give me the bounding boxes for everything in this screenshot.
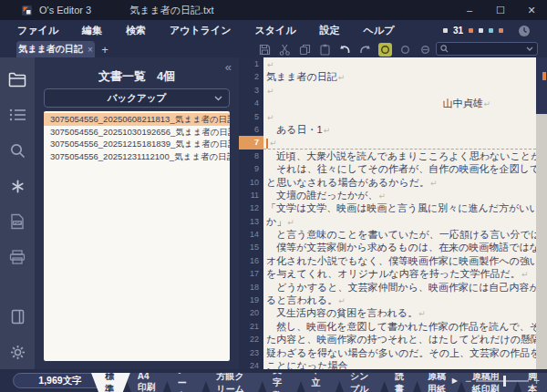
line-text: 「文学は文学、映画は映画と言う風に別々に進んだ方がいいのじゃない	[263, 201, 536, 214]
editor-line[interactable]: 11 文壇の誰だったかが、↵	[239, 189, 536, 201]
save-icon[interactable]	[258, 43, 272, 57]
pdf-icon[interactable]: PDF	[0, 208, 35, 235]
style-tab-ノート[interactable]: ノート	[164, 373, 210, 392]
line-number: 20	[239, 306, 263, 319]
editor-line[interactable]: 13か」↵	[239, 215, 536, 228]
line-text: どうかすると、文芸家仲間から、映画作家には自己内容が貧困してい	[263, 281, 536, 294]
line-number: 19	[239, 294, 263, 306]
chevron-down-icon	[214, 96, 222, 101]
line-text: 僕等が文芸家側から求めるものは、在来の映画物語ではなく又シナリ	[263, 241, 536, 253]
copy-icon[interactable]	[298, 43, 312, 57]
zoom-slider[interactable]	[476, 380, 529, 382]
zoom-in-button[interactable]: +	[533, 375, 540, 387]
editor-line[interactable]: 15 僕等が文芸家側から求めるものは、在来の映画物語ではなく又シナリ	[239, 241, 536, 253]
editor-line[interactable]: 24ことになった場合	[239, 359, 536, 369]
minimize-button[interactable]: –	[454, 0, 485, 20]
editor[interactable]: 1↵2気まま者の日記↵3↵4山中貞雄↵5↵6 ある日・1↵7↵8 近頃、大衆小説…	[239, 57, 547, 369]
return-mark: ↵	[379, 191, 387, 201]
style-tab-文字数[interactable]: 文字数	[259, 373, 304, 392]
undo-icon[interactable]	[338, 43, 352, 57]
editor-line[interactable]: 10と思いなされる場合があるからだ。↵	[239, 176, 536, 189]
editor-line[interactable]: 23疑わざるを得ない場合が多いのだ。その上、文芸家の作品を映画化する	[239, 346, 536, 359]
print-icon[interactable]	[0, 243, 35, 271]
editor-line[interactable]: 6 ある日・1↵	[239, 123, 536, 136]
settings-icon[interactable]	[0, 338, 35, 366]
zoom-slider-thumb[interactable]	[503, 376, 506, 387]
editor-line[interactable]: 7↵	[239, 136, 536, 149]
document-tab[interactable]: 気まま者の日記 ×	[16, 41, 95, 57]
editor-line[interactable]: 18 どうかすると、文芸家仲間から、映画作家には自己内容が貧困してい	[239, 281, 536, 294]
mode-circle-icon[interactable]	[398, 43, 412, 57]
line-number: 24	[239, 359, 263, 369]
app-icon	[22, 5, 32, 15]
editor-line[interactable]: 4山中貞雄↵	[239, 97, 536, 109]
line-number: 4	[239, 97, 263, 109]
style-tab-方眼クリーム[interactable]: 方眼クリーム	[202, 373, 265, 392]
editor-line[interactable]: 1↵	[239, 57, 536, 70]
editor-line[interactable]: 19ると言われる。↵	[239, 294, 536, 306]
style-tab-A4印刷[interactable]: A4印刷	[124, 373, 170, 392]
return-mark: ↵	[267, 87, 274, 96]
mode-circle-bar-icon[interactable]	[418, 43, 432, 57]
mode-circle-active-icon[interactable]	[378, 43, 392, 57]
editor-line[interactable]: 14 と言う意味のことを書いていたが、一応頷ける言い分ではあるまいか。↵	[239, 228, 536, 241]
editor-line[interactable]: 20 又生活内容の貧困を言われる。↵	[239, 306, 536, 319]
editor-line[interactable]: 21 然し、映画化を意図して書かれた作家の作品を読んで、それに盛られ	[239, 320, 536, 333]
menu-item-5[interactable]: 設定	[308, 20, 352, 41]
line-text: 山中貞雄↵	[263, 97, 536, 109]
status-indicators: 31	[443, 20, 531, 41]
paste-icon[interactable]	[318, 43, 332, 57]
maximize-button[interactable]: ☐	[485, 0, 516, 20]
cut-icon[interactable]	[278, 43, 292, 57]
book-icon[interactable]	[0, 303, 35, 330]
line-number: 14	[239, 228, 263, 241]
editor-line[interactable]: 2気まま者の日記↵	[239, 70, 536, 83]
menu-item-6[interactable]: ヘルプ	[352, 20, 407, 41]
editor-line[interactable]: 3↵	[239, 84, 536, 97]
line-text: オ化された小説でもなく、僕等映画作家に映画製作への強い意欲と興奮	[263, 254, 536, 267]
editor-line[interactable]: 22た内容と、映画作家の持つそれと、はたしてどれだけの懸隔があるかを	[239, 333, 536, 346]
editor-line[interactable]: 8 近頃、大衆小説を読んであまりこころよく思わないことがある。↵	[239, 150, 536, 162]
style-tab-章立て[interactable]: 章立て	[298, 373, 343, 392]
editor-line[interactable]: 5↵	[239, 110, 536, 123]
backup-dropdown[interactable]: バックアップ	[44, 88, 230, 108]
zoom-out-button[interactable]: −	[465, 375, 471, 387]
outline-icon[interactable]	[0, 101, 35, 129]
menu-item-4[interactable]: スタイル	[243, 20, 308, 41]
menu-item-2[interactable]: 検索	[114, 20, 158, 41]
menu-item-3[interactable]: アウトライン	[158, 20, 243, 41]
line-number: 11	[239, 189, 263, 201]
search-icon	[440, 45, 449, 53]
files-icon[interactable]	[0, 66, 35, 93]
tab-close-icon[interactable]: ×	[88, 45, 93, 55]
line-text: か」↵	[263, 215, 536, 228]
close-button[interactable]: ✕	[516, 0, 547, 20]
menu-item-0[interactable]: ファイル	[0, 20, 70, 41]
style-tab-標準[interactable]: 標準	[91, 373, 130, 392]
redo-icon[interactable]	[358, 43, 372, 57]
line-text: た内容と、映画作家の持つそれと、はたしてどれだけの懸隔があるかを	[263, 333, 536, 346]
file-item[interactable]: 3075054556_20251030192656_気まま者の日記	[44, 126, 230, 139]
editor-line[interactable]: 16オ化された小説でもなく、僕等映画作家に映画製作への強い意欲と興奮	[239, 254, 536, 267]
file-panel-header: 文書一覧4個	[35, 68, 239, 85]
play-icon[interactable]: ▶	[452, 377, 458, 385]
toolbar-icons	[258, 42, 432, 57]
style-tab-シンプル[interactable]: シンプル	[336, 373, 387, 392]
scrollbar-thumb[interactable]	[536, 57, 547, 114]
file-item[interactable]: 3075054556_20250608211813_気まま者の日記	[44, 113, 230, 126]
file-item[interactable]: 3075054556_20251231112100_気まま者の日記	[44, 150, 230, 163]
new-tab-button[interactable]: +	[97, 41, 113, 57]
asterisk-icon[interactable]	[0, 172, 35, 200]
file-item[interactable]: 3075054556_20251215181839_気まま者の日記	[44, 138, 230, 150]
search-input[interactable]	[452, 45, 526, 54]
search-box[interactable]	[436, 42, 538, 56]
editor-line[interactable]: 17を与えてくれ、オリジナルな内容を持った文学作品だ。↵	[239, 267, 536, 280]
menu-item-1[interactable]: 編集	[70, 20, 114, 41]
clock-icon[interactable]	[518, 25, 531, 37]
editor-line[interactable]: 9 それは、往々にしてその作者が、自作の映画化を企図して書いている	[239, 162, 536, 175]
indicator-dot	[443, 28, 448, 33]
editor-scrollbar[interactable]	[536, 57, 547, 369]
search-panel-icon[interactable]	[0, 137, 35, 164]
editor-line[interactable]: 12「文学は文学、映画は映画と言う風に別々に進んだ方がいいのじゃない	[239, 201, 536, 214]
style-tab-読書[interactable]: 読書	[381, 373, 420, 392]
